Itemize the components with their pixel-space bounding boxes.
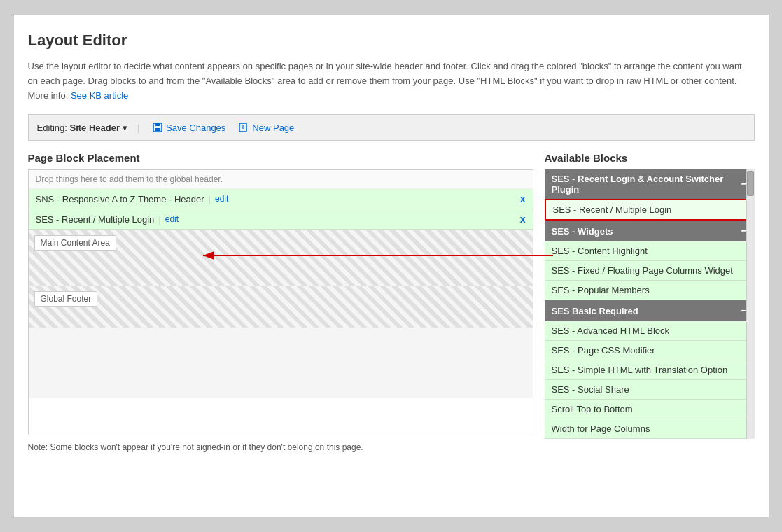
avail-item-recent-login[interactable]: SES - Recent / Multiple Login	[545, 199, 755, 220]
available-title: Available Blocks	[545, 152, 755, 164]
content-area: Page Block Placement Drop things here to…	[28, 152, 755, 452]
save-icon	[152, 122, 163, 133]
description: Use the layout editor to decide what con…	[28, 59, 755, 103]
right-panel: Available Blocks SES - Recent Login & Ac…	[545, 152, 755, 452]
group-header-2: SES - Widgets −	[545, 220, 755, 241]
empty-space	[29, 328, 533, 398]
group-name-2: SES - Widgets	[552, 226, 613, 237]
svg-rect-3	[239, 123, 246, 132]
group-header-3: SES Basic Required −	[545, 300, 755, 321]
block-edit-link-2[interactable]: edit	[165, 214, 179, 224]
avail-item-page-css[interactable]: SES - Page CSS Modifier	[545, 341, 755, 360]
block-name-1: SNS - Responsive A to Z Theme - Header	[36, 194, 204, 204]
drop-hint: Drop things here to add them to the glob…	[29, 170, 533, 189]
toolbar-divider: |	[137, 122, 139, 133]
editing-value: Site Header	[70, 122, 120, 133]
available-wrapper: SES - Recent Login & Account Switcher Pl…	[545, 169, 755, 439]
block-left-2: SES - Recent / Multiple Login | edit	[36, 214, 179, 225]
block-edit-link-1[interactable]: edit	[215, 194, 228, 204]
description-text: Use the layout editor to decide what con…	[28, 61, 742, 101]
avail-item-width-columns[interactable]: Width for Page Columns	[545, 419, 755, 439]
main-container: Layout Editor Use the layout editor to d…	[13, 14, 769, 518]
page-title: Layout Editor	[28, 31, 755, 50]
save-changes-button[interactable]: Save Changes	[149, 120, 228, 134]
available-scroll[interactable]: SES - Recent Login & Account Switcher Pl…	[545, 169, 755, 439]
main-content-hatched: Main Content Area	[29, 230, 533, 286]
main-content-label: Main Content Area	[34, 235, 116, 251]
avail-item-content-highlight[interactable]: SES - Content Highlight	[545, 241, 755, 261]
toolbar: Editing: Site Header ▾ | Save Changes Ne…	[28, 114, 755, 141]
block-left-1: SNS - Responsive A to Z Theme - Header |…	[36, 194, 229, 204]
new-page-button[interactable]: New Page	[235, 120, 297, 134]
note-text: Note: Some blocks won't appear if you're…	[28, 442, 533, 452]
scrollbar-track[interactable]	[746, 169, 755, 439]
new-page-icon	[238, 122, 249, 133]
group-header-1: SES - Recent Login & Account Switcher Pl…	[545, 169, 755, 199]
global-footer-label: Global Footer	[34, 291, 98, 307]
block-name-2: SES - Recent / Multiple Login	[36, 214, 155, 225]
block-item-2[interactable]: SES - Recent / Multiple Login | edit x	[29, 209, 533, 230]
avail-item-simple-translation[interactable]: SES - Simple HTML with Translation Optio…	[545, 360, 755, 380]
svg-rect-2	[155, 128, 160, 131]
group-name-1: SES - Recent Login & Account Switcher Pl…	[552, 174, 741, 195]
kb-article-link[interactable]: See KB article	[71, 90, 128, 101]
avail-item-popular-members[interactable]: SES - Popular Members	[545, 281, 755, 300]
avail-item-floating-columns[interactable]: SES - Fixed / Floating Page Columns Widg…	[545, 261, 755, 281]
group-name-3: SES Basic Required	[552, 306, 638, 316]
left-panel-title: Page Block Placement	[28, 152, 533, 164]
left-panel: Page Block Placement Drop things here to…	[28, 152, 533, 452]
scrollbar-thumb[interactable]	[747, 171, 754, 196]
avail-item-advanced-html[interactable]: SES - Advanced HTML Block	[545, 321, 755, 341]
block-item-1[interactable]: SNS - Responsive A to Z Theme - Header |…	[29, 189, 533, 209]
block-close-btn-1[interactable]: x	[520, 193, 526, 204]
drop-zone[interactable]: Drop things here to add them to the glob…	[28, 169, 533, 435]
block-close-btn-2[interactable]: x	[520, 214, 526, 225]
editing-label: Editing: Site Header ▾	[37, 122, 127, 133]
svg-rect-1	[155, 123, 160, 126]
avail-item-scroll-top[interactable]: Scroll Top to Bottom	[545, 400, 755, 419]
avail-item-social-share[interactable]: SES - Social Share	[545, 380, 755, 400]
footer-hatched: Global Footer	[29, 286, 533, 328]
